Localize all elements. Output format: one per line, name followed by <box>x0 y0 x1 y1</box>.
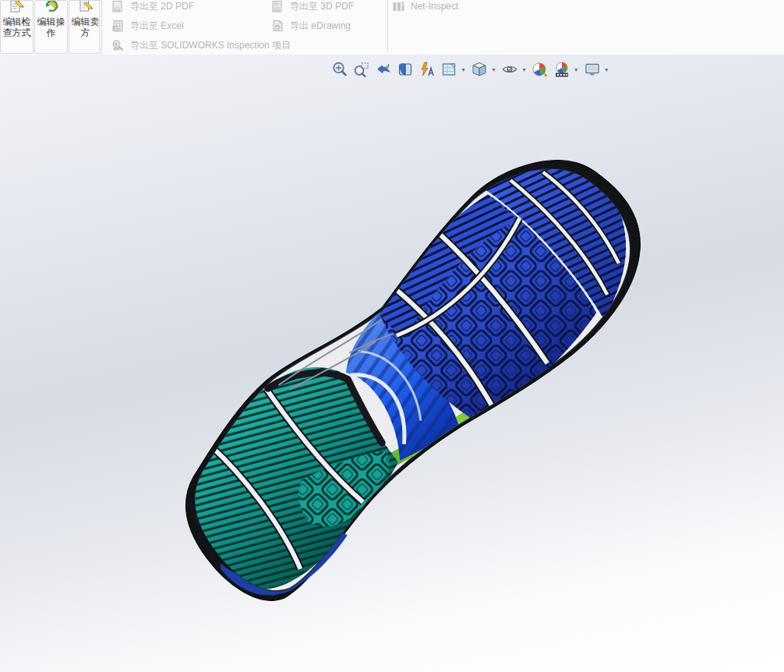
ribbon-separator <box>99 0 100 52</box>
hide-show-items-icon <box>501 61 518 78</box>
shoe-sole-model[interactable] <box>0 55 784 672</box>
hide-show-items-dropdown[interactable]: ▼ <box>521 67 527 73</box>
display-style-dropdown[interactable]: ▼ <box>491 67 496 73</box>
view-orientation-button[interactable] <box>440 60 458 79</box>
export-edrawing-item[interactable]: e 导出 eDrawing <box>271 18 351 34</box>
graphics-viewport[interactable]: ▼ ▼ ▼ <box>0 55 784 672</box>
edit-button-label: 编辑卖 方 <box>72 16 100 38</box>
svg-text:PDF: PDF <box>114 8 120 11</box>
hide-show-items-button[interactable] <box>500 60 519 79</box>
view-settings-icon <box>584 61 601 78</box>
edit-checklist-icon <box>9 0 26 14</box>
apply-scene-icon <box>553 61 570 78</box>
view-settings-button[interactable] <box>583 60 602 79</box>
zoom-to-area-icon <box>353 61 370 78</box>
display-style-icon <box>471 61 488 78</box>
net-inspect-icon <box>392 0 405 13</box>
edit-button-label: 编辑操 作 <box>37 16 65 38</box>
pdf-3d-icon: 3D PDF <box>271 0 284 13</box>
display-style-button[interactable] <box>470 60 489 79</box>
edit-inspection-method-button[interactable]: 编辑检 查方式 <box>0 0 34 54</box>
svg-text:PDF: PDF <box>274 8 280 11</box>
section-view-button[interactable] <box>396 60 415 79</box>
view-orientation-icon <box>440 61 457 78</box>
svg-text:3D: 3D <box>274 2 279 6</box>
edit-button-label: 编辑检 查方式 <box>3 16 31 38</box>
inspection-project-icon: S <box>111 39 125 52</box>
edit-operation-button[interactable]: 编辑操 作 <box>34 0 68 54</box>
zoom-to-fit-icon <box>331 61 348 78</box>
previous-view-icon <box>375 61 392 78</box>
net-inspect-item[interactable]: Net-Inspect <box>392 0 458 14</box>
zoom-to-fit-button[interactable] <box>330 60 349 79</box>
edit-appearance-button[interactable] <box>531 60 549 79</box>
dynamic-annotation-views-icon <box>418 61 436 78</box>
export-2d-pdf-item[interactable]: PDF 导出至 2D PDF <box>111 0 194 14</box>
export-inspection-project-item[interactable]: S 导出至 SOLIDWORKS Inspection 项目 <box>111 37 291 53</box>
view-orientation-dropdown[interactable]: ▼ <box>461 67 466 73</box>
section-view-icon <box>397 61 414 78</box>
excel-icon: X <box>111 19 125 33</box>
zoom-to-area-button[interactable] <box>352 60 371 79</box>
pdf-2d-icon: PDF <box>111 0 125 13</box>
previous-view-button[interactable] <box>374 60 393 79</box>
command-manager-ribbon: 编辑检 查方式 编辑操 作 <box>0 0 784 55</box>
edrawing-icon: e <box>271 19 284 33</box>
heads-up-view-toolbar: ▼ ▼ ▼ <box>330 60 610 79</box>
solidworks-window: 编辑检 查方式 编辑操 作 <box>0 0 784 672</box>
edit-vendor-button[interactable]: 编辑卖 方 <box>69 0 102 54</box>
view-settings-dropdown[interactable]: ▼ <box>604 67 609 73</box>
export-3d-pdf-item[interactable]: 3D PDF 导出至 3D PDF <box>271 0 354 14</box>
edit-appearance-icon <box>531 61 549 78</box>
apply-scene-dropdown[interactable]: ▼ <box>574 67 579 73</box>
apply-scene-button[interactable] <box>553 60 571 79</box>
edit-document-icon <box>77 0 94 14</box>
ribbon-separator <box>387 0 388 52</box>
svg-text:X: X <box>114 26 117 30</box>
export-excel-item[interactable]: X 导出至 Excel <box>111 18 184 34</box>
edit-operation-icon <box>43 0 60 14</box>
edit-button-group: 编辑检 查方式 编辑操 作 <box>0 0 103 53</box>
dynamic-annotation-views-button[interactable] <box>418 60 436 79</box>
